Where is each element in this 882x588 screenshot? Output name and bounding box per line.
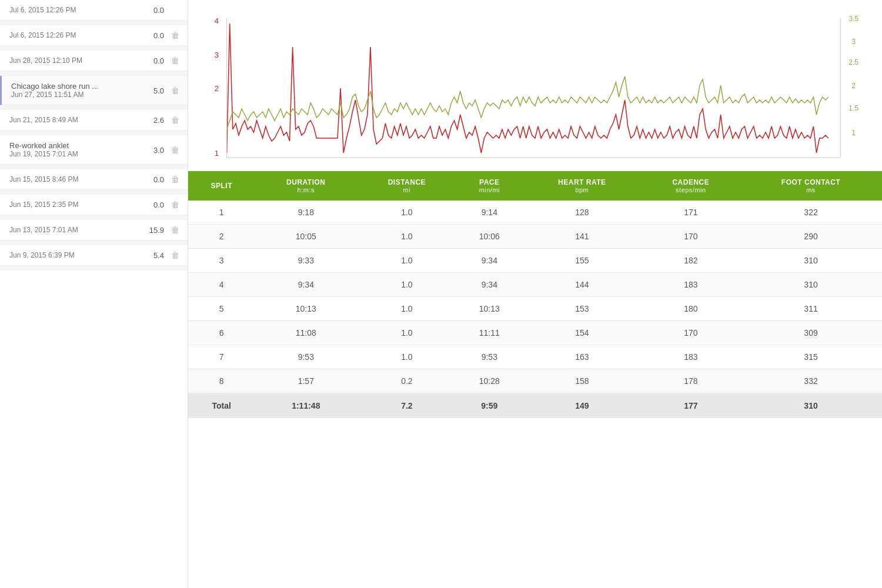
svg-text:3: 3 — [851, 38, 856, 46]
delete-icon[interactable]: 🗑 — [171, 86, 179, 95]
table-cell: 1.0 — [357, 297, 457, 321]
table-cell: 9:33 — [255, 249, 358, 273]
table-row: 39:331.09:34155182310 — [188, 249, 882, 273]
table-cell: 10:06 — [457, 225, 522, 249]
table-cell: 310 — [740, 273, 882, 297]
table-cell: 9:34 — [457, 273, 522, 297]
delete-icon[interactable]: 🗑 — [171, 175, 179, 184]
main-content: 4 3 2 1 3.5 3 2.5 2 1.5 1 — [188, 0, 882, 588]
sidebar-item[interactable]: Jun 13, 2015 7:01 AM15.9🗑 — [0, 220, 188, 240]
sidebar-item-distance: 0.0 — [153, 31, 164, 40]
table-cell: 170 — [642, 225, 740, 249]
table-cell: 8 — [188, 369, 255, 393]
table-row: 611:081.011:11154170309 — [188, 321, 882, 345]
svg-text:3.5: 3.5 — [848, 15, 858, 23]
table-row: 19:181.09:14128171322 — [188, 201, 882, 225]
table-cell: 311 — [740, 297, 882, 321]
table-header-sub: steps/min — [648, 186, 734, 193]
sidebar-item[interactable]: Jun 21, 2015 8:49 AM2.6🗑 — [0, 110, 188, 131]
sidebar-item-distance: 5.4 — [153, 251, 164, 260]
sidebar-item[interactable]: Jun 9, 2015 6:39 PM5.4🗑 — [0, 245, 188, 266]
table-total-cell: 7.2 — [357, 393, 457, 419]
table-cell: 2 — [188, 225, 255, 249]
table-cell: 309 — [740, 321, 882, 345]
table-total-cell: 9:59 — [457, 393, 522, 419]
table-header-sub: ms — [746, 186, 876, 193]
table-cell: 9:34 — [457, 249, 522, 273]
table-cell: 315 — [740, 345, 882, 369]
svg-text:4: 4 — [215, 16, 219, 25]
sidebar-item[interactable]: Jul 6, 2015 12:26 PM0.0 — [0, 0, 188, 21]
table-row: 81:570.210:28158178332 — [188, 369, 882, 393]
table-header-sub: mi — [363, 186, 451, 193]
table-header-heart-rate: HEART RATEbpm — [522, 171, 642, 201]
table-cell: 1.0 — [357, 321, 457, 345]
table-header-sub: min/mi — [463, 186, 516, 193]
splits-table: SPLITDURATIONh:m:sDISTANCEmiPACEmin/miHE… — [188, 171, 882, 418]
sidebar-item[interactable]: Jun 15, 2015 8:46 PM0.0🗑 — [0, 169, 188, 190]
table-cell: 163 — [522, 345, 642, 369]
delete-icon[interactable]: 🗑 — [171, 225, 179, 235]
table-cell: 10:05 — [255, 225, 358, 249]
svg-text:3: 3 — [215, 51, 219, 59]
activity-chart: 4 3 2 1 3.5 3 2.5 2 1.5 1 — [206, 12, 864, 165]
table-cell: 183 — [642, 345, 740, 369]
table-row: 510:131.010:13153180311 — [188, 297, 882, 321]
table-cell: 144 — [522, 273, 642, 297]
table-cell: 4 — [188, 273, 255, 297]
table-cell: 310 — [740, 249, 882, 273]
table-header-sub: bpm — [528, 186, 636, 193]
sidebar-item[interactable]: Chicago lake shore run ...Jun 27, 2015 1… — [0, 76, 188, 105]
svg-text:1: 1 — [851, 129, 856, 137]
delete-icon[interactable]: 🗑 — [171, 200, 179, 209]
sidebar-item-distance: 0.0 — [153, 6, 164, 15]
sidebar-item-distance: 0.0 — [153, 56, 164, 65]
sidebar-item[interactable]: Re-worked ankletJun 19, 2015 7:01 AM3.0🗑 — [0, 135, 188, 165]
table-cell: 9:14 — [457, 201, 522, 225]
table-row: 210:051.010:06141170290 — [188, 225, 882, 249]
svg-text:2.5: 2.5 — [848, 58, 858, 66]
table-cell: 155 — [522, 249, 642, 273]
table-header-row: SPLITDURATIONh:m:sDISTANCEmiPACEmin/miHE… — [188, 171, 882, 201]
table-cell: 171 — [642, 201, 740, 225]
table-cell: 1.0 — [357, 201, 457, 225]
table-cell: 128 — [522, 201, 642, 225]
sidebar-item[interactable]: Jul 6, 2015 12:26 PM0.0🗑 — [0, 25, 188, 46]
sidebar-item[interactable]: Jun 15, 2015 2:35 PM0.0🗑 — [0, 195, 188, 215]
table-total-row: Total1:11:487.29:59149177310 — [188, 393, 882, 419]
svg-text:2: 2 — [851, 82, 856, 90]
table-cell: 180 — [642, 297, 740, 321]
table-total-cell: 1:11:48 — [255, 393, 358, 419]
table-total-cell: 177 — [642, 393, 740, 419]
table-header-cadence: CADENCEsteps/min — [642, 171, 740, 201]
chart-container: 4 3 2 1 3.5 3 2.5 2 1.5 1 — [188, 0, 882, 171]
table-cell: 170 — [642, 321, 740, 345]
sidebar-item[interactable]: Jun 28, 2015 12:10 PM0.0🗑 — [0, 51, 188, 71]
table-total-cell: 149 — [522, 393, 642, 419]
svg-text:1.5: 1.5 — [848, 104, 858, 112]
table-header-pace: PACEmin/mi — [457, 171, 522, 201]
delete-icon[interactable]: 🗑 — [171, 145, 179, 155]
table-cell: 10:13 — [457, 297, 522, 321]
table-cell: 6 — [188, 321, 255, 345]
table-cell: 9:34 — [255, 273, 358, 297]
sidebar-item-distance: 3.0 — [153, 145, 164, 154]
table-row: 79:531.09:53163183315 — [188, 345, 882, 369]
table-cell: 1 — [188, 201, 255, 225]
delete-icon[interactable]: 🗑 — [171, 250, 179, 260]
table-cell: 332 — [740, 369, 882, 393]
svg-text:2: 2 — [215, 84, 219, 93]
table-cell: 1.0 — [357, 345, 457, 369]
table-header-split: SPLIT — [188, 171, 255, 201]
sidebar-item-distance: 2.6 — [153, 116, 164, 125]
table-cell: 182 — [642, 249, 740, 273]
table-cell: 158 — [522, 369, 642, 393]
table-total-cell: Total — [188, 393, 255, 419]
delete-icon[interactable]: 🗑 — [171, 31, 179, 40]
delete-icon[interactable]: 🗑 — [171, 115, 179, 125]
table-cell: 9:18 — [255, 201, 358, 225]
table-cell: 154 — [522, 321, 642, 345]
table-total-cell: 310 — [740, 393, 882, 419]
table-cell: 1.0 — [357, 225, 457, 249]
delete-icon[interactable]: 🗑 — [171, 56, 179, 65]
